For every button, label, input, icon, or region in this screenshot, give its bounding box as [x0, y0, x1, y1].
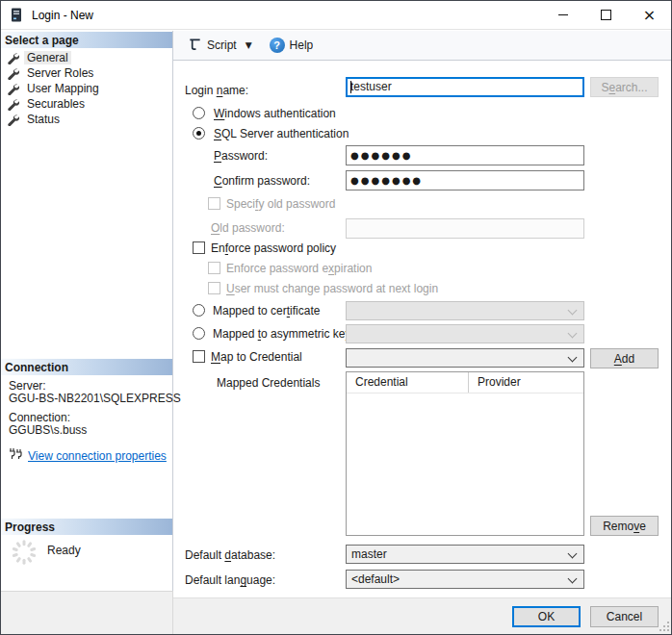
certificate-combobox	[346, 301, 584, 320]
login-new-dialog: Login - New × Select a page General Serv…	[0, 0, 672, 635]
password-dots: ●●●●●●	[350, 150, 412, 161]
credential-combobox[interactable]	[346, 348, 584, 368]
sidebar-item-label: Securables	[24, 97, 88, 111]
resize-grip[interactable]	[659, 621, 670, 635]
windows-authentication-radio[interactable]	[193, 107, 205, 119]
server-value: GGU-BS-NB2201\SQLEXPRESS	[9, 392, 181, 405]
default-language-label: Default language:	[185, 573, 275, 587]
view-connection-properties-row: View connection properties	[9, 448, 167, 463]
confirm-password-input[interactable]: ●●●●●●●	[346, 170, 584, 190]
wrench-icon	[7, 83, 19, 95]
sidebar-item-server-roles[interactable]: Server Roles	[7, 65, 96, 81]
maximize-icon	[601, 10, 611, 20]
add-button[interactable]: Add	[590, 348, 659, 368]
chevron-down-icon	[568, 329, 578, 339]
windows-authentication-label: Windows authentication	[214, 107, 336, 120]
default-database-label: Default database:	[185, 548, 275, 562]
toolbar: Script ▼ ? Help	[173, 31, 672, 61]
script-button[interactable]: Script ▼	[184, 34, 256, 57]
ok-button[interactable]: OK	[512, 606, 581, 627]
sql-server-authentication-radio[interactable]	[193, 127, 205, 140]
default-database-value: master	[351, 547, 387, 561]
search-button: Search...	[590, 77, 659, 97]
server-label: Server:	[9, 379, 46, 393]
sidebar-item-label: Server Roles	[24, 66, 96, 80]
chevron-down-icon	[568, 353, 578, 363]
remove-button[interactable]: Remove	[590, 516, 659, 536]
old-password-label: Old password:	[211, 221, 285, 235]
script-label: Script	[207, 38, 237, 52]
window-title: Login - New	[32, 9, 93, 22]
mapped-to-certificate-radio[interactable]	[193, 304, 205, 317]
must-change-password-checkbox	[208, 282, 220, 294]
chevron-down-icon	[568, 574, 578, 584]
select-a-page-header: Select a page	[1, 31, 172, 48]
asymmetric-key-combobox	[346, 324, 584, 343]
connection-label: Connection:	[9, 411, 70, 424]
sidebar-item-label: Status	[24, 113, 63, 126]
default-language-value: <default>	[351, 572, 400, 586]
sidebar-item-general[interactable]: General	[7, 50, 71, 65]
sidebar-bottom-filler	[1, 591, 173, 635]
mapped-to-asymmetric-key-radio[interactable]	[193, 327, 205, 340]
wrench-icon	[7, 114, 19, 126]
script-icon	[188, 37, 202, 54]
view-connection-properties-link[interactable]: View connection properties	[28, 449, 167, 463]
help-button[interactable]: ? Help	[266, 35, 318, 56]
help-label: Help	[290, 38, 314, 52]
login-name-label: Login name:	[185, 84, 248, 97]
specify-old-password-label: Specify old password	[226, 197, 335, 211]
map-to-credential-label: Map to Credential	[211, 350, 302, 364]
enforce-password-expiration-checkbox	[208, 262, 220, 274]
default-language-combobox[interactable]: <default>	[346, 570, 584, 589]
sidebar: Select a page General Server Roles User …	[1, 31, 173, 635]
confirm-password-dots: ●●●●●●●	[350, 175, 423, 186]
mapped-to-certificate-label: Mapped to certificate	[213, 304, 320, 318]
specify-old-password-checkbox	[208, 197, 220, 210]
script-dropdown-arrow-icon[interactable]: ▼	[246, 40, 252, 50]
sidebar-item-label: General	[24, 51, 71, 64]
confirm-password-label: Confirm password:	[214, 174, 310, 188]
credential-column-header[interactable]: Credential	[347, 372, 469, 393]
enforce-password-policy-label: Enforce password policy	[211, 241, 336, 255]
login-window-icon	[11, 8, 23, 22]
wrench-icon	[7, 98, 19, 111]
title-bar: Login - New ×	[1, 1, 671, 30]
sidebar-item-label: User Mapping	[24, 82, 102, 95]
enforce-password-policy-checkbox[interactable]	[193, 241, 205, 254]
mapped-credentials-table[interactable]: Credential Provider	[346, 371, 584, 536]
mapped-to-asymmetric-key-label: Mapped to asymmetric key	[213, 327, 350, 341]
minimize-button[interactable]	[541, 1, 584, 29]
login-name-value: testuser	[350, 80, 392, 93]
default-database-combobox[interactable]: master	[346, 545, 584, 564]
login-name-input[interactable]: testuser	[346, 77, 584, 97]
chevron-down-icon	[568, 549, 578, 559]
sidebar-item-securables[interactable]: Securables	[7, 96, 88, 112]
mapped-credentials-label: Mapped Credentials	[217, 376, 320, 390]
wrench-icon	[7, 67, 19, 80]
wrench-icon	[7, 52, 19, 64]
progress-spinner	[11, 539, 38, 569]
sidebar-item-user-mapping[interactable]: User Mapping	[7, 81, 102, 96]
text-caret	[350, 81, 351, 93]
maximize-button[interactable]	[584, 1, 628, 29]
progress-header: Progress	[1, 518, 172, 535]
help-icon: ?	[270, 38, 285, 53]
must-change-password-label: User must change password at next login	[226, 282, 438, 295]
close-button[interactable]: ×	[628, 1, 671, 29]
enforce-password-expiration-label: Enforce password expiration	[226, 262, 372, 275]
map-to-credential-checkbox[interactable]	[193, 350, 205, 363]
old-password-input	[346, 218, 584, 239]
cancel-button[interactable]: Cancel	[590, 606, 659, 627]
password-input[interactable]: ●●●●●●	[346, 145, 584, 165]
connection-header: Connection	[1, 358, 172, 375]
chevron-down-icon	[568, 306, 578, 316]
sql-server-authentication-label: SQL Server authentication	[214, 127, 349, 140]
minimize-icon	[558, 14, 568, 15]
connection-value: GGUBS\s.buss	[9, 423, 87, 437]
sidebar-item-status[interactable]: Status	[7, 112, 63, 127]
password-label: Password:	[214, 149, 268, 163]
provider-column-header[interactable]: Provider	[469, 372, 521, 393]
close-icon: ×	[643, 8, 656, 23]
mapped-credentials-table-header: Credential Provider	[347, 372, 583, 394]
